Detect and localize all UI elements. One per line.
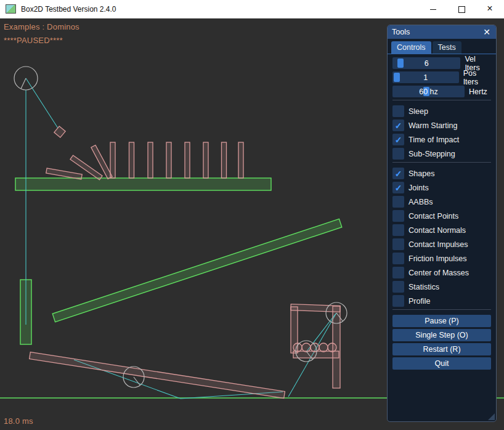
tools-panel-titlebar[interactable]: Tools ✕ [388,25,496,39]
domino[interactable] [222,142,227,178]
tools-panel-title: Tools [392,28,482,36]
checkbox-box[interactable]: ✓ [392,134,404,145]
slider-vel-iters: 6 Vel Iters [392,57,491,69]
checkbox-box[interactable] [392,267,404,278]
checkbox-label: Contact Normals [408,226,466,235]
checkbox-box[interactable] [392,148,404,160]
hanging-box[interactable] [54,126,65,137]
checkbox-label: AABBs [408,198,433,206]
checkbox-box[interactable]: ✓ [392,182,404,193]
panel-close-button[interactable]: ✕ [482,27,492,37]
slider-grab[interactable] [394,73,400,82]
checkbox-label: Statistics [408,283,439,291]
separator [392,162,491,163]
domino-fallen[interactable] [46,168,83,179]
checkbox-label: Contact Points [408,212,458,221]
checkbox-box[interactable] [392,224,404,236]
tab-tests[interactable]: Tests [433,41,461,54]
quit-button[interactable]: Quit [392,357,491,370]
checkbox-time-of-impact[interactable]: ✓ Time of Impact [392,134,491,145]
checkbox-aabbs[interactable]: AABBs [392,196,491,208]
slider-label: Hertz [469,87,487,96]
checkbox-label: Contact Impulses [408,240,468,249]
domino[interactable] [148,142,153,178]
checkbox-friction-impulses[interactable]: Friction Impulses [392,253,491,264]
checkbox-joints[interactable]: ✓ Joints [392,182,491,193]
separator [392,309,491,310]
slider-hertz: 60 hz Hertz [392,86,491,97]
check-icon: ✓ [395,121,402,130]
checkbox-box[interactable] [392,253,404,264]
checkbox-box[interactable] [392,238,404,250]
slider-value: 60 hz [419,87,438,96]
restart-button[interactable]: Restart (R) [392,343,491,355]
check-icon: ✓ [395,169,402,178]
checkbox-label: Joints [408,184,429,192]
domino[interactable] [166,142,171,178]
checkbox-box[interactable]: ✓ [392,120,404,131]
slider-pos-iters: 1 Pos Iters [392,71,491,83]
checkbox-sleep[interactable]: Sleep [392,105,491,117]
checkbox-label: Center of Masses [408,269,469,277]
checkbox-label: Warm Starting [408,121,457,130]
checkbox-shapes[interactable]: ✓ Shapes [392,168,491,179]
paused-label: ****PAUSED**** [4,36,63,45]
domino-platform[interactable] [15,178,271,190]
dynamic-bodies[interactable] [30,126,341,399]
domino[interactable] [129,142,134,178]
checkbox-label: Time of Impact [408,136,459,144]
checkbox-profile[interactable]: Profile [392,295,491,307]
vel-iters-slider[interactable]: 6 [392,57,460,69]
slider-grab[interactable] [397,59,404,68]
checkbox-contact-normals[interactable]: Contact Normals [392,224,491,236]
checkbox-sub-stepping[interactable]: Sub-Stepping [392,148,491,160]
separator [392,100,491,100]
checkbox-label: Sub-Stepping [408,150,455,158]
checkbox-box[interactable] [392,210,404,222]
checkbox-warm-starting[interactable]: ✓ Warm Starting [392,120,491,131]
checkbox-contact-points[interactable]: Contact Points [392,210,491,222]
check-icon: ✓ [395,184,402,192]
panel-body: 6 Vel Iters 1 Pos Iters 60 hz Hertz [388,54,496,370]
resize-grip[interactable] [488,413,495,420]
app-window: Box2D Testbed Version 2.4.0 × [0,0,504,430]
checkbox-statistics[interactable]: Statistics [392,281,491,293]
checkbox-center-of-masses[interactable]: Center of Masses [392,267,491,278]
slider-value: 6 [425,59,429,68]
checkbox-box[interactable] [392,295,404,307]
checkbox-box[interactable] [392,196,404,208]
example-label: Examples : Dominos [4,22,79,31]
domino[interactable] [110,142,115,178]
checkbox-box[interactable] [392,105,404,117]
hertz-slider[interactable]: 60 hz [392,86,465,97]
bottom-plank[interactable] [30,352,285,399]
tools-panel: Tools ✕ Controls Tests 6 Vel Iters 1 [387,25,497,422]
checkbox-box[interactable]: ✓ [392,168,404,179]
pause-button[interactable]: Pause (P) [392,315,491,327]
domino[interactable] [238,142,243,178]
checkbox-label: Friction Impulses [408,254,466,263]
checkbox-contact-impulses[interactable]: Contact Impulses [392,238,491,250]
domino[interactable] [185,142,190,178]
domino[interactable] [203,142,208,178]
checkbox-label: Shapes [408,169,434,178]
tab-controls[interactable]: Controls [391,41,431,54]
check-icon: ✓ [395,136,402,144]
frame-time-label: 18.0 ms [4,416,33,426]
slider-label: Pos Iters [463,69,491,86]
checkbox-label: Profile [408,297,430,306]
checkbox-label: Sleep [408,107,428,116]
tab-bar: Controls Tests [388,39,496,54]
slider-value: 1 [423,73,428,82]
single-step-button[interactable]: Single Step (O) [392,329,491,341]
checkbox-box[interactable] [392,281,404,293]
pos-iters-slider[interactable]: 1 [392,71,459,83]
